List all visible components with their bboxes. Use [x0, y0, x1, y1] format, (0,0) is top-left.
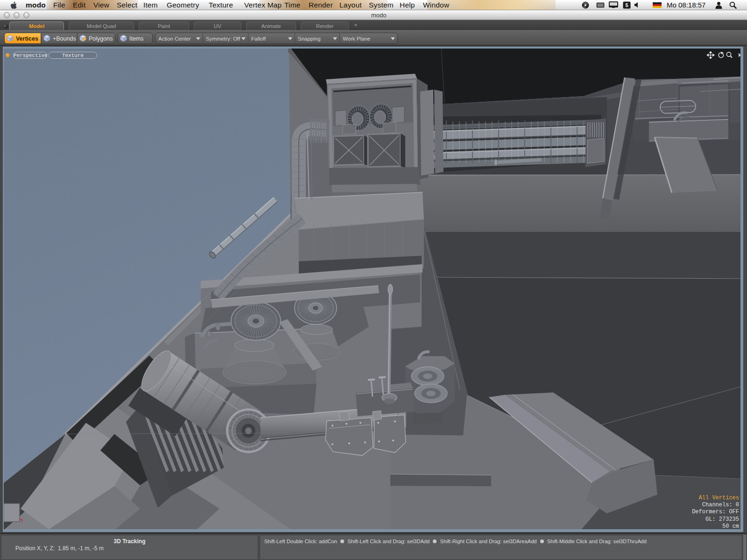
svg-text:5: 5: [625, 2, 628, 8]
